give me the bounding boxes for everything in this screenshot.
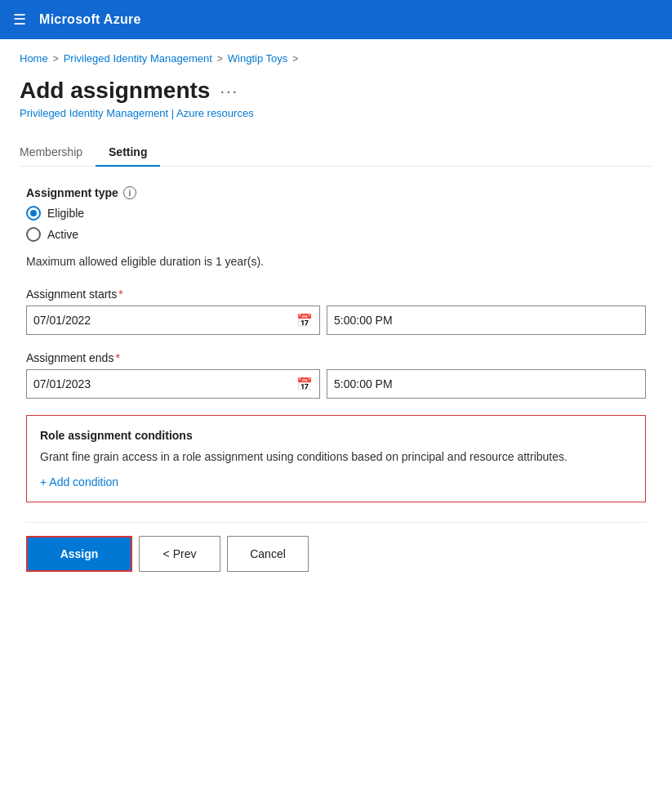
radio-eligible-circle[interactable] <box>26 206 41 221</box>
info-icon[interactable]: i <box>123 186 136 199</box>
page-header: Add assignments ··· <box>20 78 652 104</box>
end-date-wrapper[interactable]: 📅 <box>26 369 320 399</box>
start-time-input[interactable] <box>334 314 639 327</box>
form-section: Assignment type i Eligible Active Maximu… <box>20 186 652 572</box>
start-date-wrapper[interactable]: 📅 <box>26 306 320 335</box>
hamburger-icon[interactable]: ☰ <box>13 11 26 29</box>
tabs: Membership Setting <box>20 139 652 167</box>
radio-active[interactable]: Active <box>26 227 646 242</box>
breadcrumb-pim[interactable]: Privileged Identity Management <box>64 52 212 65</box>
prev-button[interactable]: < Prev <box>139 536 220 572</box>
page-subtitle: Privileged Identity Management | Azure r… <box>20 107 652 119</box>
radio-active-circle[interactable] <box>26 227 41 242</box>
radio-eligible-label: Eligible <box>47 207 84 220</box>
required-star-ends: * <box>115 351 119 364</box>
max-duration-text: Maximum allowed eligible duration is 1 y… <box>26 255 646 268</box>
conditions-box: Role assignment conditions Grant fine gr… <box>26 415 646 502</box>
radio-active-label: Active <box>47 228 78 241</box>
assignment-ends-label: Assignment ends* <box>26 351 646 364</box>
top-bar: ☰ Microsoft Azure <box>0 0 672 39</box>
end-date-input[interactable] <box>33 377 296 390</box>
more-options-button[interactable]: ··· <box>220 82 238 100</box>
tab-membership[interactable]: Membership <box>20 139 96 167</box>
footer-bar: Assign < Prev Cancel <box>26 522 646 572</box>
radio-eligible[interactable]: Eligible <box>26 206 646 221</box>
breadcrumb-wingtip[interactable]: Wingtip Toys <box>228 52 287 65</box>
assignment-type-label: Assignment type i <box>26 186 646 199</box>
breadcrumb-sep-2: > <box>217 53 223 65</box>
main-content: Home > Privileged Identity Management > … <box>0 39 672 794</box>
conditions-description: Grant fine grain access in a role assign… <box>40 448 632 466</box>
tab-setting[interactable]: Setting <box>96 139 160 167</box>
calendar-icon-end[interactable]: 📅 <box>296 377 313 392</box>
end-time-input[interactable] <box>334 377 639 390</box>
calendar-icon-start[interactable]: 📅 <box>296 313 313 328</box>
assignment-starts-row: 📅 <box>26 306 646 335</box>
required-star-starts: * <box>118 288 122 301</box>
add-condition-link[interactable]: + Add condition <box>40 475 118 488</box>
page-title: Add assignments <box>20 78 210 104</box>
assignment-ends-row: 📅 <box>26 369 646 399</box>
breadcrumb: Home > Privileged Identity Management > … <box>20 52 652 65</box>
cancel-button[interactable]: Cancel <box>227 536 309 572</box>
assign-button[interactable]: Assign <box>26 536 132 572</box>
conditions-title: Role assignment conditions <box>40 429 632 442</box>
radio-group: Eligible Active <box>26 206 646 242</box>
assignment-ends-group: Assignment ends* 📅 <box>26 351 646 399</box>
breadcrumb-home[interactable]: Home <box>20 52 48 65</box>
start-date-input[interactable] <box>33 314 296 327</box>
breadcrumb-sep-3: > <box>292 53 298 65</box>
assignment-starts-label: Assignment starts* <box>26 288 646 301</box>
breadcrumb-sep-1: > <box>53 53 59 65</box>
app-title: Microsoft Azure <box>39 12 141 27</box>
start-time-wrapper[interactable] <box>327 306 646 335</box>
assignment-starts-group: Assignment starts* 📅 <box>26 288 646 335</box>
end-time-wrapper[interactable] <box>327 369 646 399</box>
